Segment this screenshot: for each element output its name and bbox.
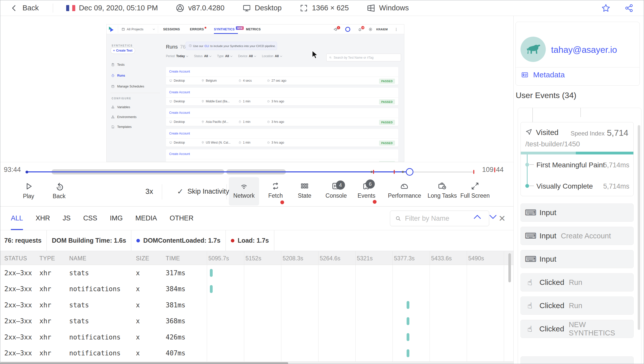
fetch-panel-button[interactable]: Fetch (259, 178, 292, 199)
state-panel-button[interactable]: State (288, 178, 321, 199)
filter-location[interactable]: LocationAll (262, 54, 282, 58)
run-card[interactable]: Create Account Desktop US West (N. Cal..… (166, 129, 398, 147)
filter-status[interactable]: StatusAll (194, 54, 211, 58)
metric-name: Visually Complete (536, 182, 593, 190)
event-item-input[interactable]: ⌨ Input Create Account (521, 227, 634, 245)
run-name[interactable]: Create Account (169, 132, 190, 135)
performance-panel-button[interactable]: Performance (388, 178, 421, 199)
create-test-button[interactable]: + Create Test (110, 47, 135, 54)
event-marker[interactable] (370, 171, 373, 173)
waterfall-bar (407, 333, 409, 341)
error-marker[interactable] (394, 170, 395, 174)
time-axis-tick: 5208.3s (283, 255, 303, 262)
playback-speed-button[interactable]: 3x (142, 177, 157, 206)
run-name[interactable]: Create Account (169, 152, 190, 156)
event-item-clicked[interactable]: ☝ Clicked Run (521, 297, 634, 315)
user-email-link[interactable]: tahay@asayer.io (551, 45, 617, 55)
kebab-menu-icon[interactable]: ⋮ (394, 25, 398, 34)
request-row[interactable]: 2xx–3xx xhr stats x 368ms (0, 313, 513, 329)
event-item-input[interactable]: ⌨ Input (521, 203, 634, 222)
cli-link[interactable]: CLI (205, 44, 209, 48)
skip-inactivity-toggle[interactable]: ✓ Skip Inactivity (177, 177, 229, 206)
jump-next-button[interactable] (488, 214, 498, 220)
sidebar-item-variables[interactable]: Variables (111, 105, 130, 109)
event-item-clicked[interactable]: ☝ Clicked NEW SYNTHETICS (521, 320, 634, 338)
visited-event-card[interactable]: Visited Speed Index 5,714 /test-builder/… (521, 122, 634, 196)
timeline-remaining (410, 172, 475, 172)
run-card[interactable]: Create Account Desktop Belgium 4 secs 27… (166, 67, 398, 85)
error-marker[interactable] (373, 170, 374, 174)
tab-sessions[interactable]: SESSIONS (163, 25, 180, 34)
run-name[interactable]: Create Account (169, 111, 190, 115)
jump-previous-button[interactable] (473, 214, 482, 220)
tab-errors[interactable]: ERRORS (190, 25, 204, 34)
run-card[interactable]: Create Account Desktop Asia Pacific (M..… (166, 108, 398, 126)
error-marker[interactable] (473, 170, 474, 174)
console-panel-button[interactable]: 4 Console (320, 178, 353, 199)
tab-js[interactable]: JS (63, 207, 71, 230)
tab-css[interactable]: CSS (83, 207, 97, 230)
request-row[interactable]: 2xx–3xx xhr notifications x 407ms (0, 345, 513, 361)
request-row[interactable]: 2xx–3xx xhr stats x 317ms (0, 265, 513, 281)
share-button[interactable] (624, 3, 634, 13)
time-axis-tick: 5264.6s (320, 255, 340, 262)
tab-metrics[interactable]: METRICS (246, 25, 261, 34)
event-marker[interactable] (402, 171, 404, 173)
event-item-clicked[interactable]: ☝ Clicked Run (521, 273, 634, 291)
favorite-button[interactable] (601, 3, 611, 13)
sidebar-item-manage-schedules[interactable]: Manage Schedules (111, 85, 144, 88)
run-name[interactable]: Create Account (169, 70, 190, 73)
project-selector[interactable]: All Projects (121, 25, 143, 34)
tab-xhr[interactable]: XHR (36, 207, 50, 230)
metadata-button[interactable]: Metadata (521, 71, 565, 79)
back-10s-button[interactable]: 10 Back (43, 178, 76, 200)
filter-device[interactable]: DeviceAll (238, 54, 256, 58)
run-name[interactable]: Create Account (169, 90, 190, 94)
waterfall-bar (407, 301, 409, 309)
sidebar-item-templates[interactable]: Templates (111, 125, 132, 129)
event-item-input[interactable]: ⌨ Input (521, 250, 634, 268)
run-card[interactable]: Create Account Desktop Canada (Central) … (166, 149, 398, 162)
playhead-handle[interactable] (406, 168, 413, 176)
tab-all[interactable]: ALL (11, 207, 23, 230)
tab-other[interactable]: OTHER (170, 207, 194, 230)
new-badge: NEW (236, 26, 244, 30)
keyboard-icon: ⌨ (525, 208, 535, 217)
divider (110, 93, 160, 93)
events-scrollbar-thumb[interactable] (638, 125, 640, 330)
waterfall-bar (210, 285, 213, 293)
horizontal-scrollbar-thumb[interactable] (0, 362, 288, 364)
network-filter-input[interactable] (405, 215, 484, 222)
full-screen-button[interactable]: Full Screen (459, 178, 491, 199)
event-item-partial[interactable] (521, 356, 634, 364)
sidebar-item-environments[interactable]: Environments (111, 115, 136, 119)
long-tasks-panel-button[interactable]: Long Tasks (426, 178, 459, 199)
filter-type[interactable]: TypeAll (217, 54, 232, 58)
vertical-scrollbar-thumb[interactable] (508, 253, 511, 282)
run-duration: 4 secs (243, 79, 252, 82)
control-label: Fetch (259, 192, 292, 199)
close-panel-button[interactable]: ✕ (496, 211, 508, 226)
play-button[interactable]: Play (12, 178, 45, 200)
request-row[interactable]: 2xx–3xx xhr notifications x 426ms (0, 329, 513, 345)
sidebar-item-tests[interactable]: Tests (111, 63, 125, 66)
tab-img[interactable]: IMG (110, 207, 123, 230)
events-panel-button[interactable]: 6 Events (350, 178, 383, 199)
keyboard-icon: ⌨ (525, 231, 535, 241)
filter-period[interactable]: PeriodToday (166, 54, 188, 58)
tab-synthetics[interactable]: SYNTHETICS (214, 25, 235, 34)
speed-index-label: Speed Index (571, 130, 605, 137)
user-menu[interactable]: KRAIEM (376, 25, 388, 34)
back-button[interactable]: Back (10, 4, 39, 12)
request-row[interactable]: 2xx–3xx xhr stats x 381ms (0, 297, 513, 313)
playback-timeline[interactable]: 93:44 109 44 (0, 162, 513, 177)
request-row[interactable]: 2xx–3xx xhr notifications x 384ms (0, 281, 513, 297)
test-search-input[interactable] (334, 56, 399, 59)
back-label: Back (22, 4, 39, 12)
gear-icon[interactable] (368, 27, 373, 32)
replay-cursor (311, 50, 319, 59)
sidebar-item-runs[interactable]: Runs (111, 74, 125, 77)
network-panel-button[interactable]: Network (228, 178, 260, 199)
tab-media[interactable]: MEDIA (135, 207, 157, 230)
run-card[interactable]: Create Account Desktop Middle East (Ba..… (166, 88, 398, 105)
